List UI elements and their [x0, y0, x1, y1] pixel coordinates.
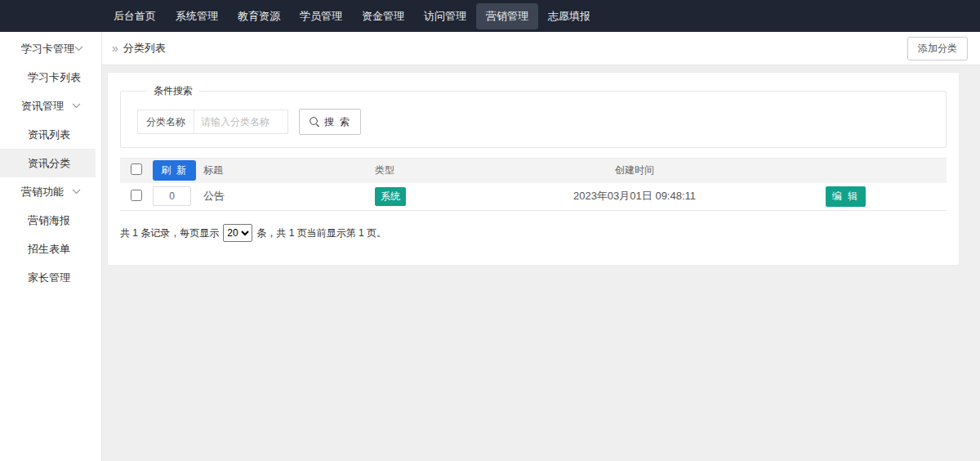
row-title: 公告: [203, 183, 375, 211]
chevron-down-icon: [72, 103, 81, 109]
sidebar: 学习卡管理 学习卡列表 资讯管理 资讯列表 资讯分类 营销功能 营销海: [0, 32, 102, 461]
pagination-prefix-text: 共 1 条记录，每页显示: [120, 226, 219, 240]
top-navbar: 后台首页 系统管理 教育资源 学员管理 资金管理 访问管理 营销管理 志愿填报: [0, 0, 980, 32]
type-badge: 系统: [375, 187, 406, 206]
sidebar-item-enrollment-form[interactable]: 招生表单: [0, 235, 96, 263]
nav-item-access[interactable]: 访问管理: [414, 3, 476, 29]
sidebar-item-label: 资讯列表: [28, 120, 70, 149]
nav-item-education-resources[interactable]: 教育资源: [228, 3, 290, 29]
pagination-suffix-text: 条，共 1 页当前显示第 1 页。: [256, 226, 386, 240]
sidebar-item-label: 营销功能: [21, 177, 64, 206]
table-header-row: 刷 新 标题 类型 创建时间: [120, 159, 947, 183]
category-name-label: 分类名称: [137, 110, 194, 134]
sidebar-item-label: 学习卡管理: [21, 34, 74, 63]
sidebar-group-study-card[interactable]: 学习卡管理: [0, 34, 96, 63]
search-row: 分类名称 搜 索: [137, 109, 929, 135]
row-created-time: 2023年03月01日 09:48:11: [524, 183, 745, 211]
top-nav-menu: 后台首页 系统管理 教育资源 学员管理 资金管理 访问管理 营销管理 志愿填报: [104, 3, 600, 29]
sidebar-group-news[interactable]: 资讯管理: [0, 92, 96, 120]
breadcrumb-bar: » 分类列表 添加分类: [102, 32, 980, 65]
nav-item-funds[interactable]: 资金管理: [352, 3, 414, 29]
sidebar-item-label: 招生表单: [28, 235, 70, 263]
pagination: 共 1 条记录，每页显示 20 条，共 1 页当前显示第 1 页。: [120, 224, 947, 242]
sidebar-item-label: 营销海报: [28, 206, 70, 235]
refresh-button[interactable]: 刷 新: [153, 160, 196, 181]
nav-item-students[interactable]: 学员管理: [290, 3, 352, 29]
sidebar-item-label: 资讯管理: [21, 92, 64, 120]
chevron-down-icon: [72, 189, 81, 195]
category-table: 刷 新 标题 类型 创建时间 公告 系统 20: [120, 158, 947, 211]
nav-item-system[interactable]: 系统管理: [166, 3, 228, 29]
search-panel: 条件搜索 分类名称 搜 索: [120, 84, 947, 148]
sidebar-item-news-category[interactable]: 资讯分类: [0, 149, 96, 177]
sidebar-item-label: 家长管理: [28, 263, 70, 292]
nav-item-marketing[interactable]: 营销管理: [476, 3, 538, 29]
select-all-checkbox[interactable]: [131, 163, 142, 175]
breadcrumb: 分类列表: [123, 41, 166, 56]
sidebar-item-marketing-poster[interactable]: 营销海报: [0, 206, 96, 235]
sidebar-item-study-card-list[interactable]: 学习卡列表: [0, 63, 96, 92]
breadcrumb-arrow-icon: »: [112, 42, 118, 55]
sidebar-item-parent-management[interactable]: 家长管理: [0, 263, 96, 292]
nav-item-volunteer[interactable]: 志愿填报: [538, 3, 600, 29]
sort-order-input[interactable]: [153, 186, 191, 206]
nav-item-home[interactable]: 后台首页: [104, 3, 166, 29]
search-button-label: 搜 索: [324, 115, 351, 129]
main-area: » 分类列表 添加分类 条件搜索 分类名称 搜 索: [102, 32, 980, 461]
column-header-created: 创建时间: [524, 159, 745, 183]
page-size-select[interactable]: 20: [223, 224, 252, 242]
chevron-down-icon: [74, 46, 83, 51]
search-panel-legend: 条件搜索: [147, 84, 199, 98]
search-icon: [309, 116, 320, 128]
column-header-actions: [745, 159, 947, 183]
sidebar-item-news-list[interactable]: 资讯列表: [0, 120, 96, 149]
row-checkbox[interactable]: [131, 190, 142, 201]
column-header-title: 标题: [203, 159, 375, 183]
column-header-type: 类型: [375, 159, 524, 183]
sidebar-group-marketing[interactable]: 营销功能: [0, 177, 96, 206]
category-name-input[interactable]: [194, 110, 288, 134]
content-area: 条件搜索 分类名称 搜 索: [102, 65, 980, 461]
table-row: 公告 系统 2023年03月01日 09:48:11 编 辑: [120, 183, 947, 211]
sidebar-item-label: 学习卡列表: [28, 63, 81, 92]
category-list-card: 条件搜索 分类名称 搜 索: [107, 72, 960, 266]
add-category-button[interactable]: 添加分类: [907, 37, 968, 60]
search-button[interactable]: 搜 索: [299, 109, 361, 135]
edit-button[interactable]: 编 辑: [826, 186, 866, 207]
sidebar-item-label: 资讯分类: [28, 149, 70, 177]
